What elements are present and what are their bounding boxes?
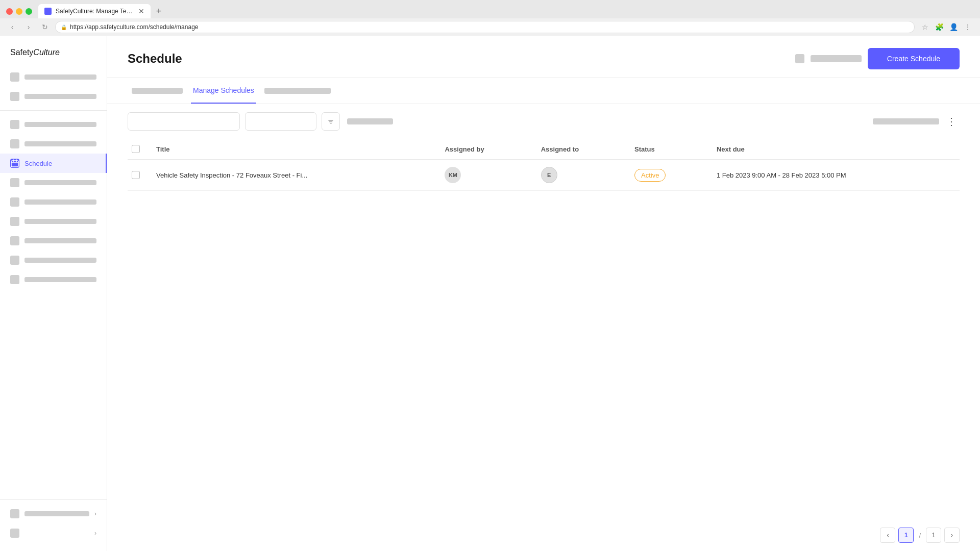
traffic-light-yellow[interactable] bbox=[16, 8, 22, 15]
sidebar-item-9[interactable] bbox=[0, 231, 107, 251]
table-header: Title Assigned by Assigned to Status Nex… bbox=[128, 139, 960, 160]
row-checkbox[interactable] bbox=[132, 171, 140, 179]
tab-inactive-1[interactable] bbox=[132, 88, 183, 94]
table-row[interactable]: Vehicle Safety Inspection - 72 Foveaux S… bbox=[128, 160, 960, 191]
row-checkbox-cell bbox=[128, 160, 148, 191]
header-text-placeholder bbox=[811, 55, 862, 62]
new-tab-button[interactable]: + bbox=[153, 5, 165, 17]
create-schedule-button[interactable]: Create Schedule bbox=[868, 48, 960, 69]
header-icon-placeholder bbox=[795, 54, 804, 63]
tab-bar: SafetyCulture: Manage Teams and ... ✕ + bbox=[0, 0, 980, 18]
traffic-light-green[interactable] bbox=[26, 8, 32, 15]
select-all-checkbox[interactable] bbox=[132, 145, 140, 153]
sidebar-divider-2 bbox=[0, 499, 107, 500]
lock-icon: 🔒 bbox=[61, 24, 67, 30]
status-filter-placeholder bbox=[347, 118, 393, 124]
sidebar-label-6 bbox=[24, 180, 96, 185]
tab-favicon bbox=[44, 8, 52, 15]
filter-button[interactable] bbox=[322, 112, 340, 131]
sidebar-icon-4 bbox=[10, 139, 19, 148]
logo-safety-text: Safety bbox=[10, 48, 33, 57]
profile-button[interactable]: 👤 bbox=[947, 21, 960, 33]
pagination-total-pages[interactable]: 1 bbox=[926, 528, 941, 543]
select-all-header bbox=[128, 139, 148, 160]
sidebar-item-bottom-1[interactable]: › bbox=[0, 504, 107, 523]
sidebar-label-2 bbox=[24, 94, 96, 99]
sidebar-item-10[interactable] bbox=[0, 251, 107, 270]
pagination: ‹ 1 / 1 › bbox=[107, 519, 980, 551]
sidebar-item-schedule[interactable]: Schedule bbox=[0, 154, 107, 173]
filter-input[interactable] bbox=[245, 112, 316, 131]
assigned-by-avatar: KM bbox=[445, 167, 461, 183]
logo-culture-text: Culture bbox=[33, 48, 60, 57]
sidebar-item-2[interactable] bbox=[0, 87, 107, 106]
assigned-by-column-header: Assigned by bbox=[436, 139, 532, 160]
sidebar-item-bottom-2[interactable]: › bbox=[0, 523, 107, 543]
tab-close-button[interactable]: ✕ bbox=[138, 7, 144, 15]
main-content: Schedule Create Schedule Manage Schedule… bbox=[107, 36, 980, 551]
header-actions: Create Schedule bbox=[795, 48, 960, 69]
chevron-right-icon-2: › bbox=[94, 530, 96, 537]
sidebar-icon-bottom-1 bbox=[10, 509, 19, 518]
reload-button[interactable]: ↻ bbox=[39, 21, 51, 33]
assigned-to-avatar: E bbox=[541, 167, 557, 183]
url-text: https://app.safetyculture.com/schedule/m… bbox=[70, 23, 198, 31]
search-input[interactable] bbox=[128, 112, 240, 131]
toolbar-right: ⋮ bbox=[873, 113, 960, 130]
browser-tab-active[interactable]: SafetyCulture: Manage Teams and ... ✕ bbox=[38, 4, 151, 18]
sidebar-divider-1 bbox=[0, 110, 107, 111]
sidebar-label-4 bbox=[24, 141, 96, 146]
tab-manage-schedules[interactable]: Manage Schedules bbox=[191, 78, 256, 104]
back-button[interactable]: ‹ bbox=[6, 21, 18, 33]
sidebar-icon-1 bbox=[10, 72, 19, 82]
menu-button[interactable]: ⋮ bbox=[962, 21, 974, 33]
sidebar-icon-3 bbox=[10, 120, 19, 129]
sidebar-icon-6 bbox=[10, 178, 19, 187]
pagination-prev-button[interactable]: ‹ bbox=[880, 528, 895, 543]
sidebar-item-7[interactable] bbox=[0, 192, 107, 212]
row-assigned-by-cell: KM bbox=[436, 160, 532, 191]
sidebar-icon-bottom-2 bbox=[10, 529, 19, 538]
toolbar-text-placeholder bbox=[873, 118, 939, 124]
pagination-next-button[interactable]: › bbox=[944, 528, 960, 543]
title-column-header: Title bbox=[148, 139, 436, 160]
sidebar-icon-9 bbox=[10, 236, 19, 245]
row-title-cell: Vehicle Safety Inspection - 72 Foveaux S… bbox=[148, 160, 436, 191]
nav-actions: ☆ 🧩 👤 ⋮ bbox=[919, 21, 974, 33]
row-assigned-to-cell: E bbox=[533, 160, 626, 191]
status-column-header: Status bbox=[626, 139, 708, 160]
assigned-to-column-header: Assigned to bbox=[533, 139, 626, 160]
sidebar-label-10 bbox=[24, 258, 96, 263]
traffic-lights bbox=[6, 8, 32, 15]
sidebar-label-7 bbox=[24, 199, 96, 205]
sidebar: SafetyCulture bbox=[0, 36, 107, 551]
sidebar-item-11[interactable] bbox=[0, 270, 107, 289]
sidebar-item-3[interactable] bbox=[0, 115, 107, 134]
sidebar-icon-8 bbox=[10, 217, 19, 226]
forward-button[interactable]: › bbox=[22, 21, 35, 33]
tab-bar: Manage Schedules bbox=[107, 78, 980, 104]
sidebar-icon-10 bbox=[10, 256, 19, 265]
row-next-due-cell: 1 Feb 2023 9:00 AM - 28 Feb 2023 5:00 PM bbox=[708, 160, 960, 191]
traffic-light-red[interactable] bbox=[6, 8, 13, 15]
toolbar: ⋮ bbox=[107, 104, 980, 139]
sidebar-item-1[interactable] bbox=[0, 67, 107, 87]
pagination-current-page[interactable]: 1 bbox=[898, 528, 914, 543]
more-options-button[interactable]: ⋮ bbox=[943, 113, 960, 130]
svg-rect-0 bbox=[11, 161, 18, 167]
extensions-button[interactable]: 🧩 bbox=[933, 21, 945, 33]
nav-bar: ‹ › ↻ 🔒 https://app.safetyculture.com/sc… bbox=[0, 18, 980, 36]
sidebar-item-6[interactable] bbox=[0, 173, 107, 192]
bookmark-button[interactable]: ☆ bbox=[919, 21, 931, 33]
address-bar[interactable]: 🔒 https://app.safetyculture.com/schedule… bbox=[55, 21, 915, 33]
page-title: Schedule bbox=[128, 52, 182, 66]
status-badge: Active bbox=[634, 169, 666, 182]
sidebar-icon-7 bbox=[10, 197, 19, 207]
table-body: Vehicle Safety Inspection - 72 Foveaux S… bbox=[128, 160, 960, 191]
next-due-column-header: Next due bbox=[708, 139, 960, 160]
tab-inactive-2[interactable] bbox=[264, 88, 331, 94]
sidebar-schedule-label: Schedule bbox=[24, 160, 52, 167]
sidebar-item-4[interactable] bbox=[0, 134, 107, 154]
sidebar-item-8[interactable] bbox=[0, 212, 107, 231]
sidebar-spacer bbox=[0, 289, 107, 495]
